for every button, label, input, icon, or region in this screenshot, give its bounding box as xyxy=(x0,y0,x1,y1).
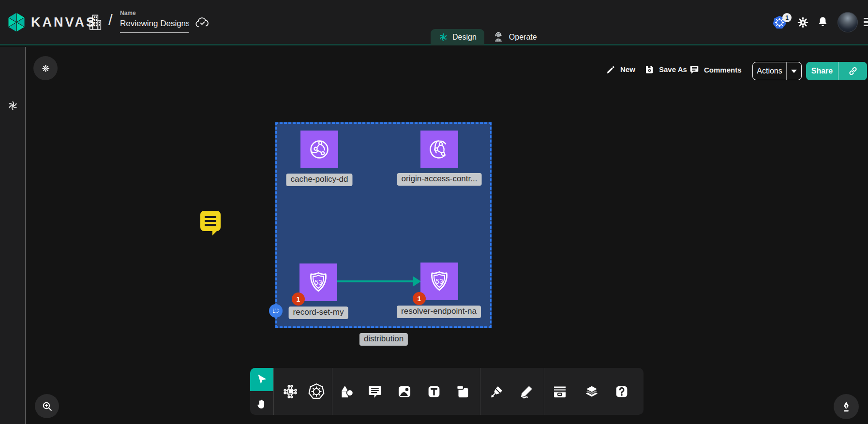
save-status-cloud-icon xyxy=(195,15,210,31)
node-label-origin-access[interactable]: origin-access-contr... xyxy=(397,173,482,186)
select-tool-button[interactable] xyxy=(250,368,273,391)
drawer-tool-button[interactable] xyxy=(549,380,571,403)
component-chip-icon xyxy=(282,383,299,400)
text-icon xyxy=(426,383,442,400)
zoom-in-button[interactable] xyxy=(35,394,59,418)
dock-divider xyxy=(480,368,480,415)
design-name-field-group: Name xyxy=(120,10,189,33)
group-label-distribution[interactable]: distribution xyxy=(359,333,408,346)
pencil-icon xyxy=(606,64,616,74)
overflow-menu-icon[interactable] xyxy=(864,18,868,26)
tools-dock xyxy=(250,368,644,415)
top-header: KANVAS / Name xyxy=(0,0,868,45)
text-tool-button[interactable] xyxy=(423,380,445,403)
note-tool-button[interactable] xyxy=(451,380,474,403)
svg-text:53: 53 xyxy=(314,279,322,286)
save-as-button[interactable]: Save As xyxy=(644,64,687,74)
tab-design[interactable]: Design xyxy=(431,29,484,45)
canvas-menu-button[interactable] xyxy=(33,56,58,80)
notifications-bell-icon[interactable] xyxy=(816,15,829,30)
node-badge-resolver-endpoint[interactable]: 1 xyxy=(413,292,426,305)
tab-design-label: Design xyxy=(452,33,477,42)
comments-icon xyxy=(689,64,700,75)
node-cache-policy[interactable] xyxy=(300,131,338,168)
comment-bubble-icon xyxy=(367,383,383,400)
node-label-resolver-endpoint[interactable]: resolver-endpoint-na xyxy=(397,306,481,318)
help-tool-button[interactable] xyxy=(611,380,633,403)
dock-divider xyxy=(332,368,332,415)
pencil-squiggle-icon xyxy=(518,383,535,400)
cursor-arrow-icon xyxy=(255,373,269,386)
node-label-record-set[interactable]: record-set-my xyxy=(289,307,348,319)
actions-label: Actions xyxy=(753,67,786,75)
floppy-save-icon xyxy=(644,64,655,74)
settings-gear-icon[interactable] xyxy=(796,16,809,31)
kanvas-hexagon-icon xyxy=(7,12,26,33)
pan-tool-button[interactable] xyxy=(251,394,272,413)
shapes-icon xyxy=(339,383,355,400)
dashed-square-icon xyxy=(271,306,281,316)
magnifier-plus-icon xyxy=(41,400,53,412)
actions-dropdown-button[interactable]: Actions xyxy=(752,62,802,80)
design-name-input[interactable] xyxy=(120,19,189,33)
cloudfront-globe-icon xyxy=(427,137,451,161)
copy-link-button[interactable] xyxy=(838,65,867,77)
image-tool-button[interactable] xyxy=(393,380,416,403)
component-tool-button[interactable] xyxy=(279,380,301,403)
kanvas-logo[interactable]: KANVAS xyxy=(7,12,97,33)
freehand-pen-tool-button[interactable] xyxy=(515,380,538,403)
layers-tool-button[interactable] xyxy=(581,380,603,403)
tab-operate-label: Operate xyxy=(509,33,537,42)
edge-record-to-resolver[interactable] xyxy=(337,280,414,282)
edge-arrowhead xyxy=(413,276,421,287)
shapes-tool-button[interactable] xyxy=(336,380,358,403)
svg-text:53: 53 xyxy=(435,278,443,285)
mode-tabs: Design Operate xyxy=(431,29,545,45)
selection-corner-handle[interactable] xyxy=(269,304,283,318)
node-record-set[interactable]: 53 xyxy=(299,263,337,301)
dock-divider xyxy=(273,368,274,415)
pen-arrow-icon xyxy=(489,383,505,400)
dock-divider xyxy=(544,368,544,415)
drawer-archive-icon xyxy=(551,383,569,400)
kubernetes-tool-button[interactable] xyxy=(305,380,328,403)
node-origin-access[interactable] xyxy=(420,131,458,168)
new-label: New xyxy=(620,65,635,73)
user-avatar[interactable] xyxy=(838,12,858,32)
share-button[interactable]: Share xyxy=(806,62,867,80)
design-swirl-icon xyxy=(438,32,448,42)
canvas-comment-marker[interactable] xyxy=(200,211,221,231)
left-sidebar xyxy=(0,47,26,424)
image-icon xyxy=(396,383,413,400)
node-resolver-endpoint[interactable]: 53 xyxy=(420,263,458,300)
organization-icon[interactable] xyxy=(88,13,103,33)
tab-operate[interactable]: Operate xyxy=(484,29,545,45)
meshery-swirl-icon xyxy=(7,100,18,113)
hand-icon xyxy=(255,397,268,410)
breadcrumb-separator: / xyxy=(108,12,113,29)
pen-nib-icon xyxy=(840,400,853,413)
design-pen-button[interactable] xyxy=(834,394,859,419)
node-badge-record-set[interactable]: 1 xyxy=(292,292,305,306)
kubernetes-wheel-icon xyxy=(308,383,325,400)
save-as-label: Save As xyxy=(659,65,687,73)
new-button[interactable]: New xyxy=(606,64,635,74)
sticky-note-icon xyxy=(454,383,471,400)
comments-button[interactable]: Comments xyxy=(689,64,742,75)
brand-name: KANVAS xyxy=(31,15,97,30)
layers-icon xyxy=(583,383,600,400)
comment-tool-button[interactable] xyxy=(364,380,386,403)
operate-person-headset-icon xyxy=(492,31,505,44)
chevron-down-icon[interactable] xyxy=(791,70,797,73)
actions-divider xyxy=(786,62,787,80)
edge-pen-tool-button[interactable] xyxy=(486,380,508,403)
kanvas-app: KANVAS / Name xyxy=(0,0,868,424)
help-icon xyxy=(614,383,630,400)
name-field-label: Name xyxy=(120,10,189,16)
cloudfront-globe-icon xyxy=(307,137,331,161)
node-label-cache-policy[interactable]: cache-policy-dd xyxy=(286,174,352,186)
link-icon xyxy=(847,65,859,77)
route53-shield-icon: 53 xyxy=(427,269,451,293)
kubernetes-context-count-badge[interactable]: 1 xyxy=(782,13,792,22)
comments-label: Comments xyxy=(704,66,742,74)
